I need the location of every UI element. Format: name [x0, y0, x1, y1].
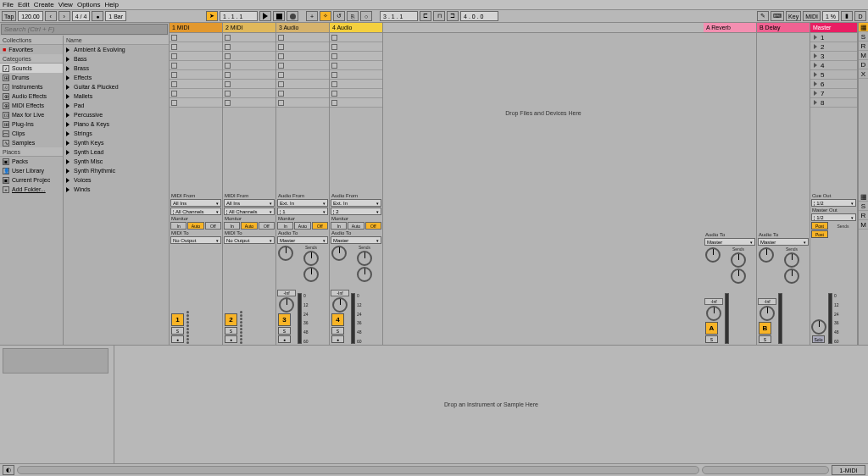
- browser-item[interactable]: Ambient & Evolving: [64, 45, 169, 54]
- play-button[interactable]: [259, 11, 271, 21]
- loop-length-field[interactable]: 4 . 0 . 0: [460, 11, 498, 21]
- pan-knob[interactable]: [278, 246, 293, 261]
- clip-slot[interactable]: [276, 33, 329, 42]
- track-header[interactable]: B Delay: [757, 23, 810, 33]
- track-header[interactable]: A Reverb: [704, 23, 756, 33]
- clip-slot[interactable]: [223, 61, 275, 70]
- clip-slot[interactable]: [170, 98, 222, 108]
- mixer-section-toggle[interactable]: M: [859, 220, 868, 230]
- volume-readout[interactable]: -Inf: [704, 298, 723, 305]
- solo-button[interactable]: S: [171, 327, 184, 335]
- drop-zone[interactable]: Drop Files and Devices Here: [383, 23, 704, 192]
- browser-item[interactable]: Bass: [64, 54, 169, 64]
- input-channel[interactable]: ¦ All Channels: [224, 208, 275, 215]
- menu-help[interactable]: Help: [104, 1, 118, 8]
- input-channel[interactable]: ¦ 1: [277, 208, 328, 215]
- clip-slot[interactable]: [170, 52, 222, 61]
- send-a-knob[interactable]: [784, 252, 799, 268]
- sends-section-toggle[interactable]: S: [859, 202, 868, 211]
- browser-item[interactable]: Strings: [64, 129, 169, 138]
- solo-button[interactable]: S: [331, 327, 344, 335]
- master-track[interactable]: Master 1 2 3 4 5 6 7 8: [810, 23, 858, 192]
- favorites-item[interactable]: ■Favorites: [0, 45, 63, 54]
- track-activator[interactable]: 2: [225, 313, 237, 326]
- input-type[interactable]: Ext. In: [331, 199, 381, 207]
- place-user-library[interactable]: 👤User Library: [0, 166, 63, 175]
- track-1-midi[interactable]: 1 MIDI: [170, 23, 223, 192]
- browser-item[interactable]: Synth Misc: [64, 157, 169, 166]
- session-rec-button[interactable]: ○: [360, 11, 372, 21]
- volume-knob[interactable]: [760, 306, 775, 321]
- volume-knob[interactable]: [332, 297, 348, 313]
- input-channel[interactable]: ¦ 2: [331, 208, 381, 215]
- clip-slot[interactable]: [276, 89, 329, 98]
- category-plugins[interactable]: ⊞Plug-Ins: [0, 119, 63, 129]
- clip-slot[interactable]: [223, 89, 275, 98]
- midi-button[interactable]: MIDI: [803, 11, 821, 21]
- clip-slot[interactable]: [330, 98, 382, 108]
- monitor-in[interactable]: In: [277, 222, 293, 230]
- browser-item[interactable]: Brass: [64, 64, 169, 73]
- menu-options[interactable]: Options: [77, 1, 101, 8]
- menu-view[interactable]: View: [58, 1, 73, 8]
- pan-knob[interactable]: [759, 247, 774, 263]
- input-type[interactable]: All Ins: [224, 199, 275, 207]
- volume-knob[interactable]: [279, 297, 294, 313]
- output-type[interactable]: No Output: [224, 236, 275, 244]
- clip-slot[interactable]: [276, 70, 329, 80]
- solo-button[interactable]: S: [278, 327, 291, 335]
- place-current-project[interactable]: ▣Current Projec: [0, 175, 63, 185]
- cue-out[interactable]: ¦ 1/2: [811, 199, 856, 207]
- key-mode-button[interactable]: ⌨: [771, 11, 784, 21]
- send-b-knob[interactable]: [784, 268, 799, 284]
- loop-button[interactable]: ⊓: [433, 11, 445, 21]
- crossfade-toggle[interactable]: X: [859, 69, 868, 79]
- track-4-audio[interactable]: 4 Audio: [330, 23, 383, 192]
- browser-item[interactable]: Guitar & Plucked: [64, 82, 169, 91]
- browser-item[interactable]: Effects: [64, 73, 169, 82]
- clip-slot[interactable]: [170, 80, 222, 89]
- master-out[interactable]: ¦ 1/2: [811, 213, 856, 221]
- solo-button[interactable]: S: [705, 335, 718, 343]
- monitor-off[interactable]: Off: [312, 222, 328, 230]
- send-a-knob[interactable]: [303, 251, 319, 266]
- tempo-nudge-up[interactable]: ›: [58, 11, 70, 21]
- returns-toggle[interactable]: R: [859, 42, 868, 51]
- post-button[interactable]: Post: [811, 230, 828, 238]
- clip-slot[interactable]: [170, 33, 222, 42]
- browser-item[interactable]: Piano & Keys: [64, 119, 169, 129]
- volume-readout[interactable]: -Inf: [277, 290, 296, 296]
- track-activator[interactable]: 4: [331, 313, 344, 326]
- info-toggle[interactable]: ◐: [3, 465, 14, 475]
- track-activator[interactable]: A: [705, 322, 718, 335]
- quantize-field[interactable]: 1 Bar: [105, 11, 126, 21]
- cue-volume[interactable]: [811, 319, 826, 335]
- category-sounds[interactable]: ♪Sounds: [0, 64, 63, 73]
- send-b-knob[interactable]: [357, 267, 372, 282]
- browser-item[interactable]: Winds: [64, 185, 169, 194]
- send-a-knob[interactable]: [731, 252, 746, 268]
- selected-track[interactable]: 1-MIDI: [832, 465, 865, 475]
- track-activator[interactable]: 3: [278, 313, 291, 326]
- menu-create[interactable]: Create: [34, 1, 54, 8]
- send-b-knob[interactable]: [303, 267, 319, 282]
- browser-item[interactable]: Voices: [64, 175, 169, 185]
- punch-out-button[interactable]: ⊐: [447, 11, 459, 21]
- return-b[interactable]: B Delay: [757, 23, 810, 192]
- delay-toggle[interactable]: D: [859, 60, 868, 69]
- clip-slot[interactable]: [276, 98, 329, 108]
- arm-button[interactable]: ●: [278, 335, 291, 343]
- volume-readout[interactable]: -Inf: [758, 298, 776, 305]
- clip-slot[interactable]: [276, 80, 329, 89]
- scene-launch[interactable]: 6: [810, 80, 857, 89]
- category-drums[interactable]: ⊞Drums: [0, 73, 63, 82]
- clip-slot[interactable]: [170, 61, 222, 70]
- monitor-in[interactable]: In: [224, 222, 240, 230]
- clip-slot[interactable]: [276, 61, 329, 70]
- input-type[interactable]: Ext. In: [277, 199, 328, 207]
- return-a[interactable]: A Reverb: [704, 23, 757, 192]
- monitor-auto[interactable]: Auto: [348, 222, 364, 230]
- scene-launch[interactable]: 4: [810, 61, 857, 70]
- clip-slot[interactable]: [223, 33, 275, 42]
- browser-item[interactable]: Synth Lead: [64, 147, 169, 157]
